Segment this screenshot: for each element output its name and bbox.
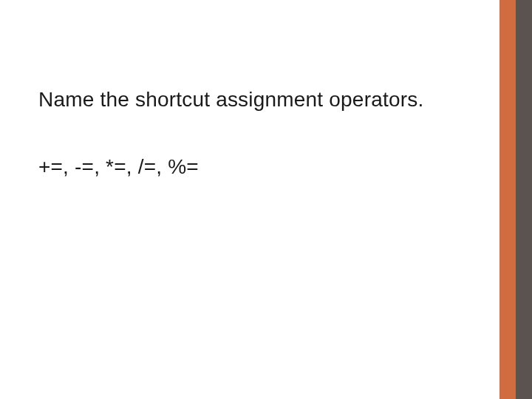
accent-bar-orange — [499, 0, 516, 399]
slide-content: Name the shortcut assignment operators. … — [38, 87, 480, 179]
slide-title: Name the shortcut assignment operators. — [38, 87, 480, 112]
accent-bar-brown — [516, 0, 532, 399]
slide-body: +=, -=, *=, /=, %= — [38, 155, 480, 179]
slide: Name the shortcut assignment operators. … — [0, 0, 532, 399]
